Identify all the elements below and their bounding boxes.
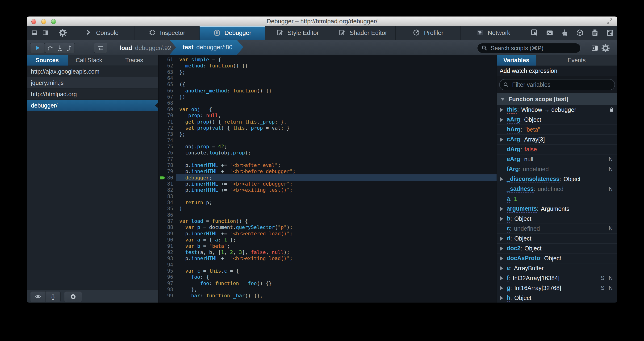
expand-arrow-icon[interactable]: [500, 256, 507, 260]
stack-frame-current[interactable]: test debugger/:80: [169, 40, 244, 55]
line-number[interactable]: 76: [158, 150, 173, 156]
line-number[interactable]: 80: [158, 175, 173, 181]
add-watch-expression[interactable]: Add watch expression: [497, 66, 617, 76]
source-group[interactable]: http://htmlpad.org: [27, 88, 158, 100]
step-in-button[interactable]: [55, 43, 65, 53]
line-number[interactable]: 63: [158, 69, 173, 76]
variable-row[interactable]: cArg: Array[3]: [497, 135, 617, 144]
variable-row[interactable]: dArg: false: [497, 144, 617, 154]
source-editor[interactable]: 61var simple = {62 method: function() {}…: [158, 55, 496, 302]
expand-arrow-icon[interactable]: [500, 177, 507, 181]
sidebar-tab-traces[interactable]: Traces: [110, 55, 158, 66]
variable-row[interactable]: e: ArrayBuffer: [497, 264, 617, 273]
variable-row[interactable]: f: Int32Array[16384] S N: [497, 273, 617, 283]
line-number[interactable]: 74: [158, 138, 173, 144]
dock-side-button[interactable]: [41, 28, 50, 37]
variable-row[interactable]: bArg: "beta": [497, 125, 617, 135]
debugger-settings-button[interactable]: [600, 43, 610, 53]
line-number[interactable]: 87: [158, 218, 173, 224]
variable-row[interactable]: a: 1: [497, 194, 617, 204]
line-number[interactable]: 83: [158, 193, 173, 200]
tab-style-editor[interactable]: Style Editor: [265, 26, 330, 40]
tab-network[interactable]: Network: [461, 26, 526, 40]
tab-profiler[interactable]: Profiler: [396, 26, 461, 40]
variable-row[interactable]: _sadness: undefined N: [497, 184, 617, 194]
tab-debugger[interactable]: Debugger: [200, 26, 265, 40]
scratchpad-button[interactable]: [590, 28, 600, 38]
line-number[interactable]: 72: [158, 125, 173, 131]
source-item[interactable]: jquery.min.js: [27, 77, 158, 88]
line-number[interactable]: 98: [158, 286, 173, 293]
variable-row[interactable]: g: Int16Array[32768] S N: [497, 283, 617, 293]
line-number[interactable]: 78: [158, 162, 173, 168]
line-number[interactable]: 96: [158, 274, 173, 280]
line-number[interactable]: 64: [158, 75, 173, 82]
line-number[interactable]: 92: [158, 249, 173, 256]
expand-arrow-icon[interactable]: [500, 296, 507, 300]
line-number[interactable]: 90: [158, 237, 173, 243]
line-number[interactable]: 97: [158, 280, 173, 287]
pretty-print-button[interactable]: {}: [45, 292, 60, 302]
variable-row[interactable]: d: Object: [497, 234, 617, 244]
variable-row[interactable]: _disconsolateness: Object: [497, 174, 617, 184]
line-number[interactable]: 84: [158, 200, 173, 206]
line-number[interactable]: 65: [158, 81, 173, 88]
split-console-button[interactable]: [545, 28, 554, 38]
variable-row[interactable]: h: Object: [497, 293, 617, 302]
pick-element-button[interactable]: [530, 28, 539, 38]
panel-tab-variables[interactable]: Variables: [497, 55, 536, 66]
paintbrush-button[interactable]: [560, 28, 570, 38]
line-number[interactable]: 71: [158, 119, 173, 125]
expand-arrow-icon[interactable]: [500, 217, 507, 221]
line-number[interactable]: 99: [158, 293, 173, 299]
line-number[interactable]: 94: [158, 262, 173, 268]
tab-shader-editor[interactable]: Shader Editor: [330, 26, 396, 40]
line-number[interactable]: 79: [158, 168, 173, 175]
toggle-blackbox-source-button[interactable]: [30, 292, 45, 302]
tab-console[interactable]: Console: [69, 26, 134, 40]
source-group[interactable]: http://ajax.googleapis.com: [27, 66, 158, 77]
step-over-button[interactable]: [45, 43, 55, 53]
variable-row[interactable]: arguments: Arguments: [497, 204, 617, 214]
variable-row[interactable]: doc2: Object: [497, 244, 617, 254]
line-number[interactable]: 77: [158, 156, 173, 162]
expand-arrow-icon[interactable]: [500, 276, 507, 280]
expand-arrow-icon[interactable]: [500, 236, 507, 241]
line-number[interactable]: 61: [158, 56, 173, 63]
line-number[interactable]: 95: [158, 268, 173, 274]
expand-arrow-icon[interactable]: [500, 286, 507, 290]
variable-row[interactable]: fArg: undefined N: [497, 164, 617, 174]
line-number[interactable]: 62: [158, 63, 173, 69]
resize-icon[interactable]: [606, 18, 613, 25]
line-number[interactable]: 81: [158, 181, 173, 187]
expand-arrow-icon[interactable]: [500, 246, 507, 251]
expand-arrow-icon[interactable]: [500, 207, 507, 211]
expand-arrow-icon[interactable]: [500, 118, 507, 122]
line-number[interactable]: 93: [158, 256, 173, 262]
titlebar[interactable]: Debugger – http://htmlpad.org/debugger/: [27, 16, 617, 26]
panel-toggle-button[interactable]: [590, 43, 600, 53]
resume-button[interactable]: [30, 43, 45, 53]
search-scripts-input[interactable]: [490, 44, 576, 52]
toggle-blackbox-button[interactable]: [94, 43, 107, 53]
line-number[interactable]: 85: [158, 206, 173, 212]
box-model-button[interactable]: [575, 28, 584, 38]
line-number[interactable]: 75: [158, 144, 173, 150]
step-out-button[interactable]: [65, 43, 74, 53]
panel-tab-events[interactable]: Events: [536, 55, 617, 66]
dock-bottom-button[interactable]: [30, 28, 39, 37]
line-number[interactable]: 69: [158, 106, 173, 113]
expand-arrow-icon[interactable]: [500, 138, 507, 142]
function-scope-header[interactable]: Function scope [test]: [497, 94, 617, 105]
variable-row[interactable]: docAsProto: Object: [497, 254, 617, 264]
expand-arrow-icon[interactable]: [500, 266, 507, 270]
gear-button[interactable]: [58, 28, 67, 37]
line-number[interactable]: 73: [158, 131, 173, 138]
variable-row[interactable]: eArg: null N: [497, 154, 617, 164]
source-item[interactable]: debugger/: [27, 100, 158, 111]
line-number[interactable]: 89: [158, 231, 173, 237]
sidebar-tab-sources[interactable]: Sources: [27, 55, 68, 66]
variable-row[interactable]: b: Object: [497, 214, 617, 224]
variable-row[interactable]: aArg: Object: [497, 115, 617, 125]
pause-on-exceptions-button[interactable]: [64, 291, 82, 302]
